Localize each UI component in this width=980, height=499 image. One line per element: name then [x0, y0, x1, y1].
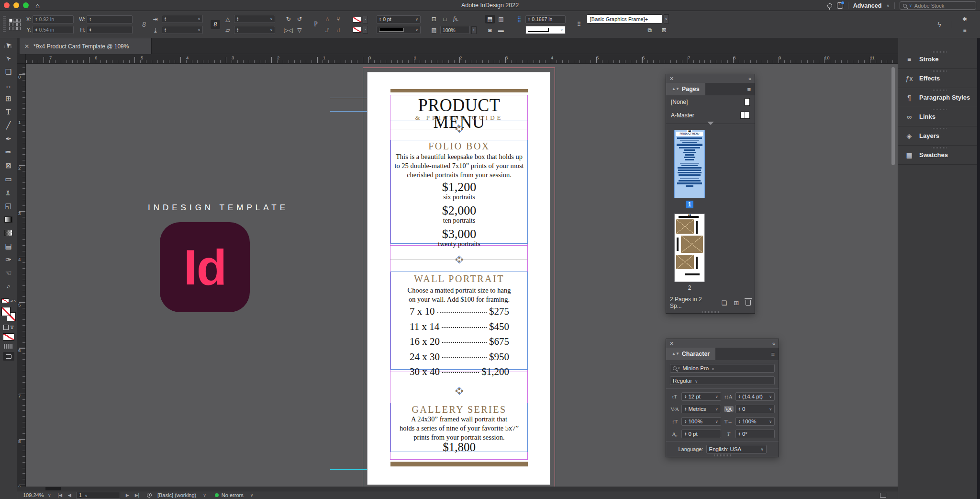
rotation-field[interactable]	[234, 15, 275, 23]
quick-actions-icon[interactable]: ϟ	[935, 20, 944, 29]
gallery-price[interactable]: $1,800	[390, 441, 528, 454]
corner-shape-dropdown[interactable]	[525, 26, 566, 34]
effects-fx-icon[interactable]: fx.	[451, 15, 461, 23]
scale-x-field[interactable]	[162, 15, 203, 23]
doc-subtitle[interactable]: & PRICING GUIDE	[390, 114, 528, 122]
zoom-chevron-icon[interactable]: ∨	[48, 493, 51, 498]
spinner-icon[interactable]	[35, 17, 37, 22]
spinner-icon[interactable]	[738, 395, 741, 399]
kerning-field[interactable]: Metrics	[681, 405, 721, 413]
preflight-icon[interactable]	[147, 493, 152, 498]
w-field[interactable]	[87, 15, 133, 23]
constrain-proportions-icon[interactable]: 8	[142, 21, 146, 28]
screen-mode-button[interactable]	[3, 352, 14, 361]
x-field[interactable]: 0.92 in	[33, 15, 74, 23]
price-tier[interactable]: $3,000 twenty portraits	[390, 227, 528, 248]
tab-character[interactable]: ▲▼Character	[666, 348, 715, 360]
content-collector-tool[interactable]: ⊞	[1, 92, 16, 105]
opacity-flyout-button[interactable]: ›	[471, 26, 477, 34]
scale-y-field[interactable]	[162, 26, 203, 34]
scrollbar-thumb[interactable]	[45, 487, 61, 490]
break-link-style-icon[interactable]: ⊠	[659, 26, 669, 34]
wrap-jump-button[interactable]: ▬	[496, 26, 506, 34]
errors-chevron-icon[interactable]: ∨	[250, 493, 254, 498]
next-page-button[interactable]: ▶	[126, 493, 129, 498]
tracking-field[interactable]: 0	[735, 405, 775, 413]
page-tool[interactable]: ❏	[1, 65, 16, 79]
rectangle-tool[interactable]: ▭	[1, 172, 16, 186]
apply-none-button[interactable]	[3, 333, 14, 340]
section-body-line[interactable]: A 24x30” framed wall portrait that	[390, 415, 528, 424]
language-dropdown[interactable]: English: USA	[706, 445, 767, 454]
page-1-number-badge[interactable]: 1	[686, 201, 694, 208]
panel-menu-icon[interactable]: ≡	[743, 86, 755, 93]
price-tier[interactable]: $2,000 ten portraits	[390, 204, 528, 224]
frame-fitting-icon[interactable]: ⣿	[514, 15, 524, 23]
preflight-profile[interactable]: [Basic] (working)	[157, 492, 196, 498]
fill-swatch-none[interactable]	[353, 17, 361, 23]
section-body-line[interactable]: Choose a matted portrait size to hang	[390, 286, 528, 295]
hand-tool[interactable]: ☜	[1, 266, 16, 280]
formatting-affects-container-button[interactable]	[3, 325, 9, 330]
price-row[interactable]: 30 x 40 $1,200	[410, 366, 509, 381]
pen-tool[interactable]: ✒	[1, 132, 16, 146]
object-style-dropdown[interactable]: [Basic Graphics Frame]+	[587, 14, 662, 23]
font-search-icon[interactable]	[673, 366, 677, 370]
spinner-icon[interactable]	[738, 420, 741, 424]
select-next-object-icon[interactable]: ⑃	[323, 15, 332, 23]
gear-icon[interactable]: ✱	[960, 15, 969, 23]
section-heading[interactable]: FOLIO BOX	[390, 141, 528, 152]
line-tool[interactable]: ╱	[1, 119, 16, 132]
wrap-bounding-box-button[interactable]: ▥	[496, 15, 506, 23]
scissors-tool[interactable]: ✂	[1, 186, 16, 199]
stroke-swatch-none[interactable]	[353, 27, 361, 33]
master-none-row[interactable]: [None]	[666, 95, 755, 109]
panel-resize-handle[interactable]	[702, 311, 719, 313]
new-page-icon[interactable]: ⊞	[734, 299, 739, 306]
close-tab-icon[interactable]: ✕	[24, 43, 29, 50]
section-body-line[interactable]: This is a beautiful keepsake box that ho…	[390, 152, 528, 161]
price-row[interactable]: 7 x 10 $275	[410, 306, 509, 321]
rotate-cw-icon[interactable]: ↻	[284, 15, 293, 23]
vertical-scale-field[interactable]: 100%	[681, 417, 721, 426]
pencil-tool[interactable]: ✏	[1, 146, 16, 159]
dock-grip[interactable]	[932, 90, 947, 91]
horizontal-scrollbar[interactable]	[17, 487, 898, 491]
corner-options-icon[interactable]: ⊡	[429, 15, 439, 23]
stroke-flyout-button[interactable]: ›	[363, 26, 368, 34]
panel-links[interactable]: ∞ Links	[898, 107, 980, 126]
spinner-icon[interactable]	[684, 407, 687, 411]
collapse-icon[interactable]: «	[772, 340, 775, 346]
zoom-level-value[interactable]: 109.24%	[23, 492, 48, 498]
panel-paragraph-styles[interactable]: ¶ Paragraph Styles	[898, 88, 980, 107]
frame-tool[interactable]: ⊠	[1, 159, 16, 172]
section-splitter-handle[interactable]	[707, 122, 714, 125]
master-a-row[interactable]: A-Master	[666, 109, 755, 122]
split-window-icon[interactable]	[880, 493, 886, 498]
section-heading[interactable]: WALL PORTRAIT	[390, 273, 528, 284]
search-scope-chevron-icon[interactable]: ∨	[909, 3, 912, 8]
section-body-line[interactable]: to 25 double-matted 7x10” prints of your…	[390, 161, 528, 170]
price-tier[interactable]: $1,200 six portraits	[390, 181, 528, 201]
section-body-line[interactable]: holds a series of nine of your favorite …	[390, 424, 528, 433]
last-page-button[interactable]: ▶|	[135, 493, 139, 498]
dock-grip[interactable]	[932, 147, 947, 148]
section-heading[interactable]: GALLERY SERIES	[390, 404, 528, 415]
gradient-swatch-tool[interactable]	[1, 213, 16, 226]
delete-page-icon[interactable]	[746, 300, 751, 306]
document-page[interactable]: PRODUCT MENU & PRICING GUIDE FOLIO BOX T…	[367, 72, 550, 485]
direct-selection-tool[interactable]: ➢	[1, 52, 16, 65]
stroke-style-dropdown[interactable]	[377, 26, 421, 34]
view-options-icon[interactable]	[4, 344, 13, 349]
horizontal-scale-field[interactable]: 100%	[735, 417, 775, 426]
panel-swatches[interactable]: ▦ Swatches	[898, 146, 980, 165]
type-tool[interactable]: T	[1, 105, 16, 119]
fill-stroke-control[interactable]	[1, 307, 16, 321]
stroke-weight-field[interactable]: 0 pt	[377, 15, 421, 23]
select-container-icon[interactable]: P	[311, 20, 321, 29]
mini-fill-stroke-swatch[interactable]	[1, 298, 9, 303]
price-row[interactable]: 16 x 20 $675	[410, 336, 509, 351]
gap-tool[interactable]: ↔	[1, 79, 16, 92]
price-row[interactable]: 24 x 30 $950	[410, 351, 509, 366]
decorative-bar-top[interactable]	[390, 89, 528, 92]
